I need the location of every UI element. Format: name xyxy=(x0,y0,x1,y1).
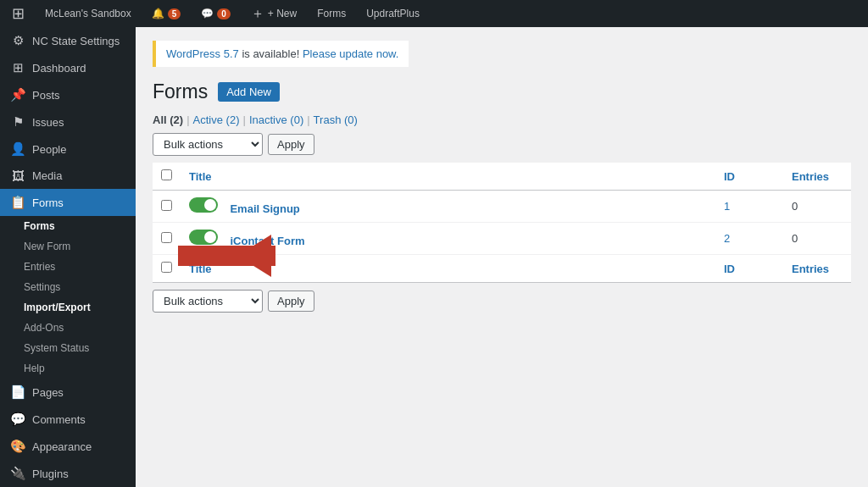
page-header: Forms Add New xyxy=(153,80,851,103)
dashboard-icon: ⊞ xyxy=(10,60,25,75)
plus-icon: ＋ xyxy=(251,5,264,23)
select-all-checkbox[interactable] xyxy=(161,169,172,180)
bottom-id-header: ID xyxy=(715,255,783,283)
row1-title-cell: Email Signup xyxy=(181,191,715,223)
row1-toggle[interactable] xyxy=(189,197,218,213)
sidebar-sub-help[interactable]: Help xyxy=(0,358,136,379)
row1-toggle-wrap xyxy=(189,197,218,213)
row1-form-link[interactable]: Email Signup xyxy=(230,202,299,215)
row1-checkbox[interactable] xyxy=(161,200,172,211)
bulk-actions-top: Bulk actions Apply xyxy=(153,133,851,156)
row2-toggle-wrap xyxy=(189,230,218,245)
add-new-button[interactable]: Add New xyxy=(218,82,280,102)
sidebar-item-posts[interactable]: 📌 Posts xyxy=(0,81,136,108)
row2-title-cell: iContact Form xyxy=(181,223,715,255)
row2-toggle[interactable] xyxy=(189,230,218,245)
comments-count[interactable]: 💬 0 xyxy=(196,0,236,27)
filter-all[interactable]: All (2) xyxy=(153,113,183,126)
page-title: Forms xyxy=(153,80,208,103)
forms-table: Title ID Entries xyxy=(153,163,851,283)
sidebar-item-appearance[interactable]: 🎨 Appearance xyxy=(0,433,136,460)
gear-icon: ⚙ xyxy=(10,33,25,48)
issues-icon: ⚑ xyxy=(10,114,25,130)
sidebar-sub-settings[interactable]: Settings xyxy=(0,277,136,297)
row1-check xyxy=(153,191,181,223)
new-content-button[interactable]: ＋ + New xyxy=(246,0,302,27)
row1-entries: 0 xyxy=(783,191,851,223)
wp-logo[interactable]: ⊞ xyxy=(7,0,30,27)
id-header: ID xyxy=(715,163,783,191)
table-row: Email Signup 1 0 xyxy=(153,191,851,223)
sidebar-sub-new-form[interactable]: New Form xyxy=(0,236,136,257)
update-notice: WordPress 5.7 is available! Please updat… xyxy=(153,41,409,67)
sidebar-sub-add-ons[interactable]: Add-Ons xyxy=(0,318,136,338)
filter-inactive[interactable]: Inactive (0) xyxy=(249,113,303,126)
forms-icon: 📋 xyxy=(10,195,25,210)
bottom-select-all-checkbox[interactable] xyxy=(161,262,172,273)
table-header-row: Title ID Entries xyxy=(153,163,851,191)
admin-bar: ⊞ McLean's Sandbox 🔔 5 💬 0 ＋ + New Forms… xyxy=(0,0,868,27)
sidebar-item-nc-state[interactable]: ⚙ NC State Settings xyxy=(0,27,136,54)
sidebar-item-media[interactable]: 🖼 Media xyxy=(0,163,136,189)
row2-id: 2 xyxy=(715,223,783,255)
sidebar-sub-forms[interactable]: Forms xyxy=(0,216,136,236)
row1-id: 1 xyxy=(715,191,783,223)
sidebar-item-issues[interactable]: ⚑ Issues xyxy=(0,108,136,136)
update-version-link[interactable]: WordPress 5.7 xyxy=(166,47,239,60)
sidebar: ⚙ NC State Settings ⊞ Dashboard 📌 Posts … xyxy=(0,27,136,487)
comments-icon: 💬 xyxy=(10,412,25,427)
pages-icon: 📄 xyxy=(10,385,25,400)
people-icon: 👤 xyxy=(10,141,25,157)
sidebar-sub-import-export[interactable]: Import/Export xyxy=(0,297,136,318)
plugins-icon: 🔌 xyxy=(10,466,25,481)
sidebar-item-people[interactable]: 👤 People xyxy=(0,136,136,163)
updates-count[interactable]: 🔔 5 xyxy=(147,0,186,27)
select-all-header xyxy=(153,163,181,191)
forms-adminbar[interactable]: Forms xyxy=(312,0,351,27)
row2-checkbox[interactable] xyxy=(161,232,172,243)
filter-active[interactable]: Active (2) xyxy=(193,113,240,126)
sidebar-item-forms[interactable]: 📋 Forms xyxy=(0,189,136,216)
bottom-title-header: Title xyxy=(181,255,715,283)
posts-icon: 📌 xyxy=(10,87,25,102)
update-action-link[interactable]: Please update now. xyxy=(303,47,398,60)
bulk-actions-bottom: Bulk actions Apply xyxy=(153,290,851,313)
appearance-icon: 🎨 xyxy=(10,439,25,454)
comment-icon: 💬 xyxy=(201,8,214,19)
site-name[interactable]: McLean's Sandbox xyxy=(40,0,136,27)
row2-form-link[interactable]: iContact Form xyxy=(230,235,304,247)
row2-check xyxy=(153,223,181,255)
filter-links: All (2) | Active (2) | Inactive (0) | Tr… xyxy=(153,113,851,126)
apply-button-top[interactable]: Apply xyxy=(268,134,314,155)
bottom-entries-header: Entries xyxy=(783,255,851,283)
sidebar-item-pages[interactable]: 📄 Pages xyxy=(0,379,136,406)
apply-button-bottom[interactable]: Apply xyxy=(268,291,314,312)
entries-header: Entries xyxy=(783,163,851,191)
sidebar-sub-system-status[interactable]: System Status xyxy=(0,338,136,358)
sidebar-item-dashboard[interactable]: ⊞ Dashboard xyxy=(0,54,136,81)
main-content: WordPress 5.7 is available! Please updat… xyxy=(136,27,868,487)
update-icon: 🔔 xyxy=(152,8,164,19)
sidebar-item-comments[interactable]: 💬 Comments xyxy=(0,406,136,433)
media-icon: 🖼 xyxy=(10,169,25,183)
bulk-actions-select-top[interactable]: Bulk actions xyxy=(153,133,263,156)
table-row: iContact Form 2 0 xyxy=(153,223,851,255)
bottom-check-header xyxy=(153,255,181,283)
table-bottom-header: Title ID Entries xyxy=(153,255,851,283)
title-header: Title xyxy=(181,163,715,191)
update-notice-text: is available! xyxy=(242,47,303,60)
filter-trash[interactable]: Trash (0) xyxy=(314,113,358,126)
sidebar-sub-entries[interactable]: Entries xyxy=(0,257,136,277)
sidebar-item-plugins[interactable]: 🔌 Plugins xyxy=(0,460,136,487)
updraftplus-adminbar[interactable]: UpdraftPlus xyxy=(361,0,425,27)
bulk-actions-select-bottom[interactable]: Bulk actions xyxy=(153,290,263,313)
row2-entries: 0 xyxy=(783,223,851,255)
